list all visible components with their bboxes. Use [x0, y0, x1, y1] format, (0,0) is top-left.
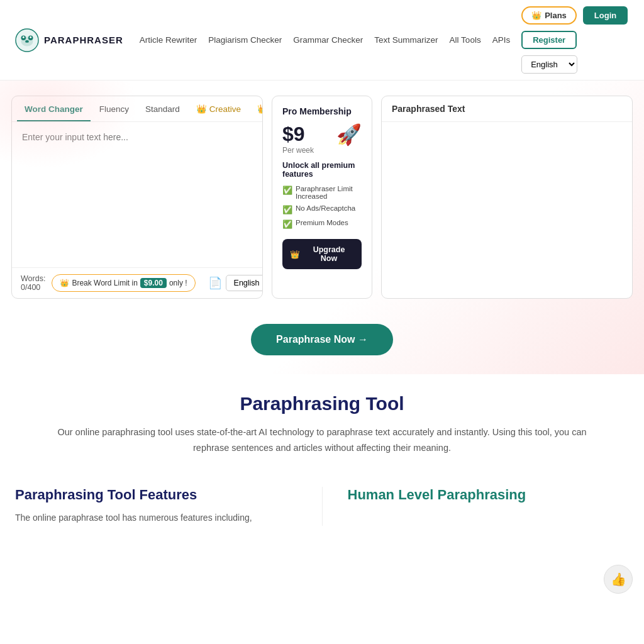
pro-price: $9 — [282, 123, 305, 145]
tab-smarter[interactable]: 👑 Smarter — [250, 96, 263, 121]
tab-fluency[interactable]: Fluency — [92, 97, 136, 121]
output-panel: Paraphrased Text — [381, 96, 633, 299]
login-button[interactable]: Login — [583, 6, 628, 25]
document-icon[interactable]: 📄 — [208, 276, 222, 290]
word-limit-badge[interactable]: 👑 Break Word Limit in $9.00 only ! — [52, 274, 195, 292]
navbar: PARAPHRASER Article Rewriter Plagiarism … — [0, 0, 644, 80]
word-limit-suffix: only ! — [169, 279, 187, 287]
pro-feature-3: ✅ Premium Modes — [282, 219, 362, 229]
pro-period: Per week — [282, 146, 314, 155]
paraphrase-label: Paraphrase Now → — [276, 334, 368, 345]
pro-panel: Pro Membership $9 🚀 Per week Unlock all … — [272, 96, 372, 299]
svg-point-5 — [23, 36, 25, 38]
language-selector[interactable]: English Spanish French — [521, 55, 577, 74]
tabs-row: Word Changer Fluency Standard 👑 Creative… — [12, 96, 262, 122]
footer-language-selector[interactable]: English Spanish — [226, 275, 263, 291]
tab-creative-label: Creative — [209, 104, 241, 114]
features-left-title: Paraphrasing Tool Features — [15, 487, 297, 503]
features-left: Paraphrasing Tool Features The online pa… — [15, 487, 297, 526]
svg-rect-4 — [25, 40, 29, 43]
tab-standard[interactable]: Standard — [138, 97, 187, 121]
tab-word-changer-label: Word Changer — [25, 104, 83, 114]
word-limit-text: Break Word Limit in — [72, 279, 137, 287]
pro-price-row: $9 🚀 — [282, 123, 362, 146]
upgrade-button[interactable]: 👑 Upgrade Now — [282, 239, 362, 269]
paraphrase-button[interactable]: Paraphrase Now → — [251, 324, 393, 355]
info-title: Paraphrasing Tool — [54, 393, 590, 414]
input-textarea[interactable] — [12, 122, 262, 267]
hero-background: Word Changer Fluency Standard 👑 Creative… — [0, 80, 644, 374]
nav-all-tools[interactable]: All Tools — [450, 35, 481, 45]
cta-row: Paraphrase Now → — [0, 309, 644, 362]
info-desc: Our online paraphrasing tool uses state-… — [54, 425, 590, 455]
tool-container: Word Changer Fluency Standard 👑 Creative… — [0, 80, 644, 309]
nav-grammar[interactable]: Grammar Checker — [293, 35, 363, 45]
word-count-value: 0/400 — [21, 283, 45, 292]
plans-button[interactable]: 👑 Plans — [521, 6, 577, 25]
pro-features: ✅ Paraphraser Limit Increased ✅ No Ads/R… — [282, 185, 362, 229]
logo-link[interactable]: PARAPHRASER — [15, 28, 123, 52]
plans-label: Plans — [545, 11, 567, 20]
word-limit-crown-icon: 👑 — [60, 279, 69, 287]
footer-icons: 📄 English Spanish ⇅ — [208, 275, 263, 291]
features-right: Human Level Paraphrasing — [348, 487, 630, 526]
word-label: Words: — [21, 274, 45, 283]
tab-word-changer[interactable]: Word Changer — [17, 97, 91, 121]
feature-check-icon-1: ✅ — [282, 186, 292, 195]
nav-links: Article Rewriter Plagiarism Checker Gram… — [140, 35, 510, 45]
word-limit-price: $9.00 — [140, 278, 167, 288]
rocket-icon: 🚀 — [336, 123, 362, 147]
logo-text: PARAPHRASER — [44, 35, 123, 45]
tab-creative-icon: 👑 — [196, 104, 207, 114]
pro-feature-2: ✅ No Ads/Recaptcha — [282, 204, 362, 214]
features-divider — [322, 487, 323, 526]
feature-check-icon-2: ✅ — [282, 205, 292, 214]
nav-plagiarism[interactable]: Plagiarism Checker — [208, 35, 282, 45]
input-panel: Word Changer Fluency Standard 👑 Creative… — [11, 96, 263, 299]
plans-crown-icon: 👑 — [531, 11, 541, 20]
pro-feature-label-3: Premium Modes — [296, 219, 348, 226]
nav-article-rewriter[interactable]: Article Rewriter — [140, 35, 197, 45]
tab-standard-label: Standard — [145, 104, 180, 114]
tab-smarter-icon: 👑 — [257, 104, 263, 114]
features-section: Paraphrasing Tool Features The online pa… — [0, 468, 644, 545]
word-count: Words: 0/400 — [21, 274, 45, 292]
register-button[interactable]: Register — [521, 31, 577, 49]
nav-right: 👑 Plans Login Register English Spanish F… — [521, 6, 629, 74]
upgrade-crown-icon: 👑 — [290, 250, 300, 259]
pro-title: Pro Membership — [282, 106, 352, 116]
pro-feature-1: ✅ Paraphraser Limit Increased — [282, 185, 362, 200]
nav-summarizer[interactable]: Text Summarizer — [374, 35, 438, 45]
input-footer: Words: 0/400 👑 Break Word Limit in $9.00… — [12, 267, 262, 298]
svg-point-6 — [30, 36, 31, 38]
pro-feature-label-1: Paraphraser Limit Increased — [296, 185, 362, 200]
output-header: Paraphrased Text — [382, 96, 632, 122]
feature-check-icon-3: ✅ — [282, 219, 292, 229]
info-section: Paraphrasing Tool Our online paraphrasin… — [39, 374, 605, 468]
upgrade-label: Upgrade Now — [304, 245, 354, 263]
tab-creative[interactable]: 👑 Creative — [189, 96, 248, 121]
tab-fluency-label: Fluency — [99, 104, 129, 114]
nav-apis[interactable]: APIs — [492, 35, 511, 45]
features-right-title: Human Level Paraphrasing — [348, 487, 630, 503]
output-body — [382, 122, 632, 298]
pro-unlock: Unlock all premium features — [282, 161, 362, 179]
features-left-desc: The online paraphrase tool has numerous … — [15, 511, 297, 526]
logo-icon — [15, 28, 39, 52]
pro-feature-label-2: No Ads/Recaptcha — [296, 204, 355, 212]
